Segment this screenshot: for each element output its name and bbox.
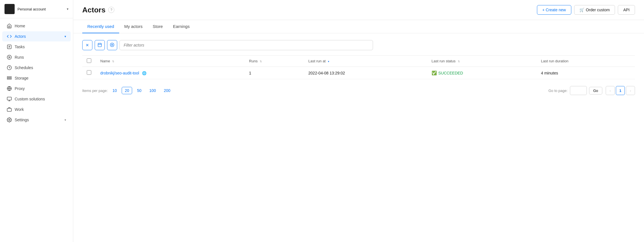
filter-calendar-button[interactable] xyxy=(95,40,105,50)
page-header: Actors ? + Create new 🛒 Order custom API xyxy=(73,0,644,20)
row-duration-value: 4 minutes xyxy=(541,71,558,75)
runs-sort-icon[interactable]: ⇅ xyxy=(260,60,262,63)
main-body: ✕ Name xyxy=(73,33,644,242)
items-per-page-label: Items per page: xyxy=(82,89,108,93)
tab-recently-used[interactable]: Recently used xyxy=(82,20,119,33)
filter-input[interactable] xyxy=(119,40,373,50)
sidebar-item-label-schedules: Schedules xyxy=(15,65,66,70)
account-avatar xyxy=(5,4,15,14)
success-icon: ✅ xyxy=(432,71,437,76)
account-chevron-icon: ▾ xyxy=(67,7,68,11)
page-size-50[interactable]: 50 xyxy=(134,87,145,94)
schedules-icon xyxy=(7,65,12,70)
sidebar-item-actors[interactable]: Actors ▾ xyxy=(2,31,71,41)
sidebar-item-label-work: Work xyxy=(15,107,66,112)
page-size-20[interactable]: 20 xyxy=(122,87,132,94)
row-last-run-at-cell: 2022-04-08 13:29:02 xyxy=(304,67,427,79)
row-last-run-at-value: 2022-04-08 13:29:02 xyxy=(308,71,345,75)
go-to-page-label: Go to page: xyxy=(548,89,568,93)
status-label: SUCCEEDED xyxy=(438,71,463,75)
create-new-button[interactable]: + Create new xyxy=(537,5,571,15)
actors-chevron-icon: ▾ xyxy=(65,35,66,38)
prev-page-button[interactable]: ‹ xyxy=(606,86,615,95)
sidebar-item-label-actors: Actors xyxy=(15,34,62,39)
last-run-at-sort-icon[interactable]: ▾ xyxy=(328,60,329,63)
row-checkbox-cell xyxy=(82,67,96,79)
items-per-page: Items per page: 10 20 50 100 200 xyxy=(82,87,174,94)
page-size-100[interactable]: 100 xyxy=(146,87,159,94)
cart-icon: 🛒 xyxy=(579,8,584,12)
filter-clear-button[interactable]: ✕ xyxy=(82,40,92,50)
page-nav: ‹ 1 › xyxy=(606,86,635,95)
col-last-run-duration: Last run duration xyxy=(536,56,635,67)
main-content: Actors ? + Create new 🛒 Order custom API… xyxy=(73,0,644,242)
row-last-run-status-cell: ✅ SUCCEEDED xyxy=(427,67,536,79)
order-custom-button[interactable]: 🛒 Order custom xyxy=(574,5,615,15)
page-size-200[interactable]: 200 xyxy=(161,87,173,94)
sidebar-item-settings[interactable]: Settings ▾ xyxy=(2,115,71,125)
sidebar-item-home[interactable]: Home xyxy=(2,21,71,31)
svg-rect-10 xyxy=(7,97,12,100)
sidebar-item-storage[interactable]: Storage xyxy=(2,73,71,83)
tab-store[interactable]: Store xyxy=(148,20,168,33)
custom-solutions-icon xyxy=(7,96,12,102)
current-page-button[interactable]: 1 xyxy=(616,86,625,95)
sidebar-item-label-home: Home xyxy=(15,24,66,28)
settings-icon xyxy=(7,117,12,122)
sidebar-item-tasks[interactable]: Tasks xyxy=(2,42,71,52)
actors-table: Name ⇅ Runs ⇅ Last run at ▾ Last run sta… xyxy=(82,55,635,79)
status-badge: ✅ SUCCEEDED xyxy=(432,71,532,76)
account-switcher[interactable]: Personal account ▾ xyxy=(0,0,73,18)
home-icon xyxy=(7,23,12,28)
sidebar-nav: Home Actors ▾ Tasks Runs xyxy=(0,18,73,242)
help-icon-label: ? xyxy=(110,8,112,12)
go-to-page-input[interactable] xyxy=(570,86,587,95)
tab-earnings[interactable]: Earnings xyxy=(168,20,195,33)
go-to-page: Go to page: Go xyxy=(548,86,602,95)
last-run-status-sort-icon[interactable]: ⇅ xyxy=(458,60,460,63)
sidebar-item-label-storage: Storage xyxy=(15,76,66,80)
pagination: Items per page: 10 20 50 100 200 Go to p… xyxy=(82,86,635,95)
next-page-button[interactable]: › xyxy=(626,86,635,95)
sidebar-item-schedules[interactable]: Schedules xyxy=(2,63,71,73)
tab-my-actors-label: My actors xyxy=(124,24,143,29)
select-all-checkbox[interactable] xyxy=(87,58,91,63)
sidebar-item-work[interactable]: Work xyxy=(2,104,71,115)
filter-stop-button[interactable] xyxy=(107,40,117,50)
sidebar-item-proxy[interactable]: Proxy xyxy=(2,83,71,94)
svg-rect-15 xyxy=(98,43,101,47)
tab-my-actors[interactable]: My actors xyxy=(119,20,148,33)
svg-point-1 xyxy=(7,55,12,60)
table-row: drobnikj/seo-audit-tool 🌐 1 2022-04-08 1… xyxy=(82,67,635,79)
page-size-10[interactable]: 10 xyxy=(109,87,120,94)
svg-rect-5 xyxy=(7,78,12,79)
account-name: Personal account xyxy=(17,7,64,11)
col-name-label: Name xyxy=(100,59,110,63)
sidebar-item-label-proxy: Proxy xyxy=(15,86,66,91)
sidebar-item-runs[interactable]: Runs xyxy=(2,52,71,62)
order-custom-label: Order custom xyxy=(586,8,610,12)
svg-rect-13 xyxy=(7,108,12,111)
svg-point-19 xyxy=(110,43,114,47)
close-icon: ✕ xyxy=(86,43,89,47)
sidebar-item-custom-solutions[interactable]: Custom solutions xyxy=(2,94,71,104)
actor-link[interactable]: drobnikj/seo-audit-tool xyxy=(100,71,139,75)
sidebar-item-label-tasks: Tasks xyxy=(15,45,66,49)
tasks-icon xyxy=(7,44,12,49)
col-last-run-at-label: Last run at xyxy=(308,59,326,63)
api-button[interactable]: API xyxy=(618,5,635,15)
go-button[interactable]: Go xyxy=(589,87,602,94)
globe-icon: 🌐 xyxy=(142,71,146,75)
header-actions: + Create new 🛒 Order custom API xyxy=(537,5,635,15)
settings-chevron-icon: ▾ xyxy=(65,118,66,122)
page-title: Actors xyxy=(82,6,105,14)
name-sort-icon[interactable]: ⇅ xyxy=(112,60,114,63)
title-area: Actors ? xyxy=(82,6,114,14)
calendar-icon xyxy=(97,43,102,48)
select-all-header xyxy=(82,56,96,67)
tabs-bar: Recently used My actors Store Earnings xyxy=(73,20,644,33)
help-icon[interactable]: ? xyxy=(108,7,114,13)
row-select-checkbox[interactable] xyxy=(87,70,91,75)
row-runs-cell: 1 xyxy=(245,67,304,79)
col-last-run-duration-label: Last run duration xyxy=(541,59,569,63)
